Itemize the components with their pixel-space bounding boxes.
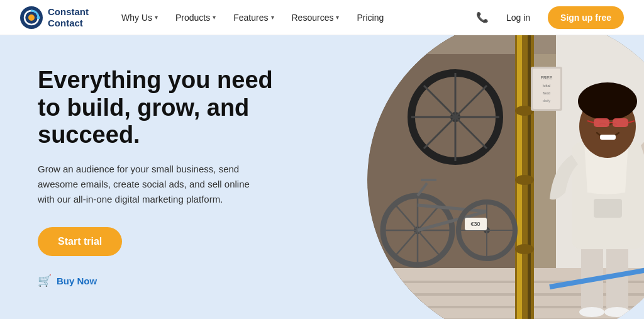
nav-item-products[interactable]: Products ▾ xyxy=(168,8,223,28)
svg-point-50 xyxy=(604,307,630,317)
svg-text:FREE: FREE xyxy=(541,76,553,80)
svg-point-19 xyxy=(515,175,534,185)
buy-now-link[interactable]: 🛒 Buy Now xyxy=(38,274,289,288)
chevron-down-icon: ▾ xyxy=(336,14,339,21)
svg-point-56 xyxy=(578,82,637,120)
cart-icon: 🛒 xyxy=(38,274,52,288)
logo-text: Constant Contact xyxy=(48,6,89,29)
logo-icon xyxy=(20,6,43,29)
svg-rect-52 xyxy=(594,199,622,218)
chevron-down-icon: ▾ xyxy=(271,14,274,21)
login-button[interactable]: Log in xyxy=(499,9,538,26)
svg-rect-57 xyxy=(594,118,609,127)
hero-title: Everything you need to build, grow, and … xyxy=(38,67,289,149)
svg-text:food: food xyxy=(543,91,550,95)
svg-rect-42 xyxy=(533,69,560,109)
nav-right: 📞 Log in Sign up free xyxy=(476,6,624,29)
phone-icon[interactable]: 📞 xyxy=(476,11,489,23)
svg-text:€30: €30 xyxy=(470,221,480,227)
svg-text:daily: daily xyxy=(543,99,550,103)
chevron-down-icon: ▾ xyxy=(213,14,216,21)
svg-point-49 xyxy=(579,307,604,317)
svg-point-20 xyxy=(515,244,534,254)
svg-point-3 xyxy=(37,16,40,19)
nav-links: Why Us ▾ Products ▾ Features ▾ Resources… xyxy=(114,8,476,28)
nav-item-features[interactable]: Features ▾ xyxy=(226,8,281,28)
chevron-down-icon: ▾ xyxy=(155,14,158,21)
nav-item-resources[interactable]: Resources ▾ xyxy=(284,8,347,28)
navbar: Constant Contact Why Us ▾ Products ▾ Fea… xyxy=(0,0,644,35)
hero-content: Everything you need to build, grow, and … xyxy=(0,67,327,288)
start-trial-button[interactable]: Start trial xyxy=(38,227,122,256)
svg-point-2 xyxy=(28,14,35,21)
signup-button[interactable]: Sign up free xyxy=(548,6,624,29)
nav-item-why-us[interactable]: Why Us ▾ xyxy=(114,8,165,28)
hero-section: Everything you need to build, grow, and … xyxy=(0,35,644,319)
svg-rect-58 xyxy=(613,118,628,127)
hero-subtitle: Grow an audience for your small business… xyxy=(38,162,264,207)
hero-photo: FREE lokal food daily xyxy=(367,35,644,319)
buy-now-label: Buy Now xyxy=(57,276,97,286)
svg-rect-55 xyxy=(600,135,616,140)
hero-image-area: FREE lokal food daily xyxy=(292,35,644,319)
svg-text:lokal: lokal xyxy=(543,84,550,87)
nav-item-pricing[interactable]: Pricing xyxy=(349,8,391,28)
logo[interactable]: Constant Contact xyxy=(20,6,89,29)
